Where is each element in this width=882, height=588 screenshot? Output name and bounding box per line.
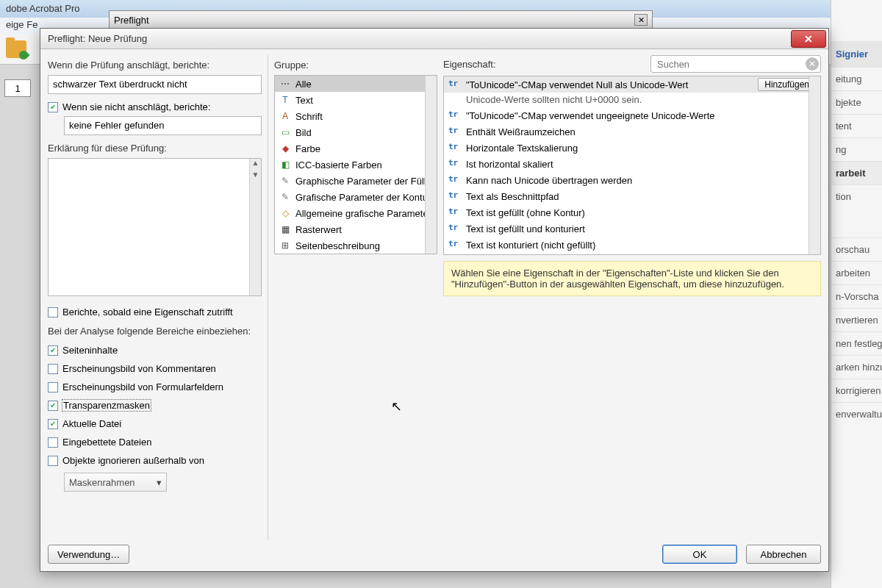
- transparenz-checkbox[interactable]: [48, 401, 58, 411]
- usage-button[interactable]: Verwendung…: [48, 545, 129, 564]
- text-icon: tr: [448, 110, 460, 121]
- mask-frame-value: Maskenrahmen: [69, 477, 135, 488]
- tools-link[interactable]: n-Vorscha: [831, 284, 882, 308]
- group-item-label: Grafische Parameter der Kontu: [295, 192, 428, 203]
- group-item-icon: A: [279, 110, 291, 122]
- group-item-label: Alle: [295, 79, 312, 90]
- not-fires-text-input[interactable]: keine Fehler gefunden: [64, 116, 262, 135]
- seiteninhalte-checkbox[interactable]: [48, 345, 58, 356]
- group-item[interactable]: TText: [275, 92, 437, 108]
- text-icon: tr: [448, 79, 460, 90]
- group-listbox[interactable]: ⋯AlleTTextASchrift▭Bild◆Farbe◧ICC-basier…: [274, 75, 437, 254]
- aktuelle-datei-checkbox[interactable]: [48, 419, 58, 429]
- tools-item[interactable]: eitung: [831, 67, 882, 90]
- clear-search-icon[interactable]: ✕: [806, 57, 819, 71]
- close-icon[interactable]: ✕: [634, 14, 648, 26]
- property-row[interactable]: tr"ToUnicode"-CMap verwendet ungeeignete…: [444, 107, 820, 123]
- fires-text-input[interactable]: schwarzer Text überdruckt nicht: [48, 75, 262, 94]
- property-text: Enthält Weißraumzeichen: [466, 126, 816, 137]
- cancel-button[interactable]: Abbrechen: [746, 545, 821, 564]
- group-item-label: Farbe: [295, 143, 320, 154]
- group-item-icon: ✎: [279, 191, 291, 203]
- tools-link[interactable]: arbeiten: [831, 261, 882, 284]
- tools-panel-header[interactable]: Signier: [831, 41, 882, 67]
- tools-section[interactable]: rarbeit: [831, 161, 882, 184]
- tools-panel: Signier eitung bjekte tent ng rarbeit ti…: [831, 0, 882, 588]
- formulare-checkbox[interactable]: [48, 382, 58, 392]
- explanation-textarea[interactable]: ▲▼: [48, 158, 262, 296]
- property-row[interactable]: trEnthält Weißraumzeichen: [444, 123, 820, 140]
- group-item-label: Bild: [295, 127, 312, 138]
- mask-frame-select[interactable]: Maskenrahmen ▾: [64, 473, 167, 492]
- group-item-label: Text: [295, 95, 313, 106]
- tools-item[interactable]: bjekte: [831, 90, 882, 114]
- report-on-any-checkbox[interactable]: [48, 307, 58, 318]
- not-fires-label: Wenn sie nicht anschlägt, berichte:: [62, 101, 210, 112]
- text-icon: tr: [448, 126, 460, 137]
- group-item[interactable]: ▦Rasterwert: [275, 221, 437, 237]
- property-row[interactable]: trText ist gefüllt (ohne Kontur): [444, 204, 820, 220]
- kommentare-checkbox[interactable]: [48, 364, 58, 374]
- property-row[interactable]: trKann nach Unicode übertragen werden: [444, 172, 820, 188]
- scrollbar[interactable]: [425, 76, 437, 254]
- property-subtext: Unicode-Werte sollten nicht U+0000 sein.: [444, 93, 820, 107]
- group-item[interactable]: ASchrift: [275, 108, 437, 124]
- page-number-input[interactable]: 1: [4, 79, 31, 97]
- open-file-icon[interactable]: [6, 40, 26, 58]
- group-item-icon: ⋯: [279, 78, 291, 90]
- text-icon: tr: [448, 158, 460, 170]
- property-search-input[interactable]: [650, 55, 821, 73]
- seiteninhalte-label: Seiteninhalte: [62, 345, 118, 356]
- group-item[interactable]: ⊞Seitenbeschreibung: [275, 237, 437, 254]
- group-item[interactable]: ✎Graphische Parameter der Füllf: [275, 173, 437, 189]
- group-item-icon: ◇: [279, 207, 291, 219]
- not-fires-checkbox[interactable]: [48, 102, 58, 112]
- tools-item[interactable]: tion: [831, 184, 882, 208]
- group-item[interactable]: ◇Allgemeine grafische Parameter: [275, 205, 437, 221]
- group-item-icon: ✎: [279, 175, 291, 187]
- add-property-button[interactable]: Hinzufügen: [758, 78, 816, 91]
- tools-link[interactable]: korrigieren: [831, 379, 882, 402]
- tools-link[interactable]: arken hinzu: [831, 355, 882, 379]
- property-listbox[interactable]: tr "ToUnicode"-CMap verwendet Null als U…: [443, 76, 821, 255]
- property-row[interactable]: trText als Beschnittpfad: [444, 188, 820, 204]
- tools-link[interactable]: orschau: [831, 237, 882, 261]
- group-item-label: Seitenbeschreibung: [295, 240, 380, 251]
- dialog-close-button[interactable]: ✕: [791, 30, 826, 48]
- ok-button[interactable]: OK: [662, 545, 737, 564]
- group-item[interactable]: ⋯Alle: [275, 76, 437, 92]
- property-text: Text ist gefüllt und konturiert: [466, 223, 816, 234]
- tools-link[interactable]: nvertieren: [831, 308, 882, 331]
- tools-link[interactable]: enverwaltun: [831, 402, 882, 426]
- text-icon: tr: [448, 174, 460, 186]
- scrollbar[interactable]: [808, 76, 820, 254]
- text-icon: tr: [448, 207, 460, 218]
- ignorieren-checkbox[interactable]: [48, 456, 58, 466]
- property-row[interactable]: trText ist konturiert (nicht gefüllt): [444, 237, 820, 253]
- transparenz-label: Transparenzmasken: [62, 400, 151, 411]
- tools-link[interactable]: nen festleg: [831, 331, 882, 355]
- group-item[interactable]: ✎Grafische Parameter der Kontu: [275, 189, 437, 205]
- scrollbar[interactable]: ▲▼: [249, 159, 261, 295]
- property-row[interactable]: trIst horizontal skaliert: [444, 156, 820, 172]
- property-row[interactable]: trText ist gefüllt und konturiert: [444, 220, 820, 237]
- group-item-icon: ⊞: [279, 240, 291, 251]
- eingebettet-checkbox[interactable]: [48, 437, 58, 448]
- property-row-selected[interactable]: tr "ToUnicode"-CMap verwendet Null als U…: [444, 76, 820, 93]
- preflight-parent-window: Preflight ✕: [109, 10, 653, 29]
- tools-item[interactable]: ng: [831, 137, 882, 161]
- group-pane: Gruppe: ⋯AlleTTextASchrift▭Bild◆Farbe◧IC…: [274, 55, 437, 540]
- property-row[interactable]: trHorizontale Textskalierung: [444, 140, 820, 156]
- eingebettet-label: Eingebettete Dateien: [62, 437, 151, 448]
- property-text: Text ist konturiert (nicht gefüllt): [466, 240, 816, 251]
- property-text: "ToUnicode"-CMap verwendet ungeeignete U…: [466, 110, 816, 121]
- fires-label: Wenn die Prüfung anschlägt, berichte:: [48, 60, 262, 71]
- hint-banner: Wählen Sie eine Eigenschaft in der "Eige…: [443, 261, 821, 296]
- group-item[interactable]: ◆Farbe: [275, 140, 437, 157]
- group-item-label: Schrift: [295, 111, 323, 122]
- group-item[interactable]: ▭Bild: [275, 124, 437, 140]
- group-item[interactable]: ◧ICC-basierte Farben: [275, 157, 437, 173]
- group-item-label: Allgemeine grafische Parameter: [295, 208, 431, 219]
- aktuelle-datei-label: Aktuelle Datei: [62, 418, 121, 429]
- tools-item[interactable]: tent: [831, 114, 882, 137]
